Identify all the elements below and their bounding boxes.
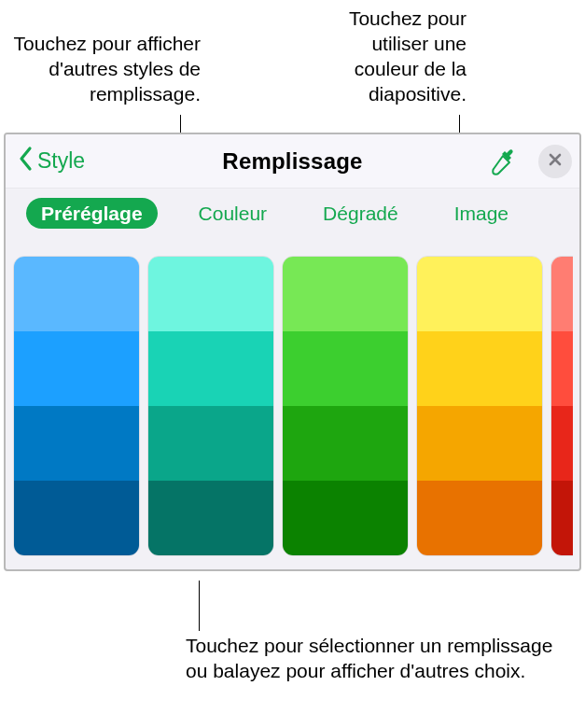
swatch-column-teal [147, 256, 274, 556]
close-button[interactable] [538, 145, 572, 178]
swatch[interactable] [14, 257, 139, 331]
swatch-column-blue [13, 256, 140, 556]
swatch[interactable] [283, 481, 408, 555]
swatch-column-green [282, 256, 409, 556]
back-label: Style [37, 148, 85, 174]
swatch[interactable] [148, 257, 273, 331]
swatch[interactable] [14, 331, 139, 406]
swatch[interactable] [551, 481, 573, 555]
swatch-column-yellow [416, 256, 543, 556]
eyedropper-button[interactable] [490, 147, 518, 175]
tab-image[interactable]: Image [439, 198, 523, 229]
eyedropper-icon [490, 147, 518, 175]
swatch[interactable] [417, 481, 542, 555]
swatch[interactable] [417, 406, 542, 481]
back-button[interactable]: Style [6, 146, 85, 177]
swatch[interactable] [148, 331, 273, 406]
tab-preset[interactable]: Préréglage [26, 198, 158, 229]
swatch[interactable] [283, 257, 408, 331]
panel-header: Style Remplissage [6, 134, 579, 189]
swatch[interactable] [148, 406, 273, 481]
callout-swatches: Touchez pour sélectionner un remplissage… [186, 633, 568, 683]
swatch[interactable] [417, 331, 542, 406]
swatch[interactable] [14, 406, 139, 481]
fill-panel: Style Remplissage Préréglage Couleur [4, 133, 581, 571]
swatch[interactable] [551, 406, 573, 481]
fill-type-tabs: Préréglage Couleur Dégradé Image [6, 189, 579, 244]
tab-gradient[interactable]: Dégradé [308, 198, 413, 229]
callout-fill-styles: Touchez pour afficher d'autres styles de… [9, 31, 201, 106]
swatch[interactable] [283, 331, 408, 406]
swatch[interactable] [283, 406, 408, 481]
swatch[interactable] [417, 257, 542, 331]
tab-color[interactable]: Couleur [184, 198, 283, 229]
swatch[interactable] [551, 257, 573, 331]
swatch[interactable] [148, 481, 273, 555]
swatch[interactable] [14, 481, 139, 555]
swatch-scroller[interactable] [13, 256, 579, 560]
leader-line [199, 581, 200, 631]
callout-eyedropper: Touchez pour utiliser une couleur de la … [303, 6, 467, 106]
swatch[interactable] [551, 331, 573, 406]
header-actions [490, 145, 572, 178]
chevron-left-icon [17, 146, 35, 177]
close-icon [548, 152, 563, 171]
swatch-column-red [550, 256, 573, 556]
